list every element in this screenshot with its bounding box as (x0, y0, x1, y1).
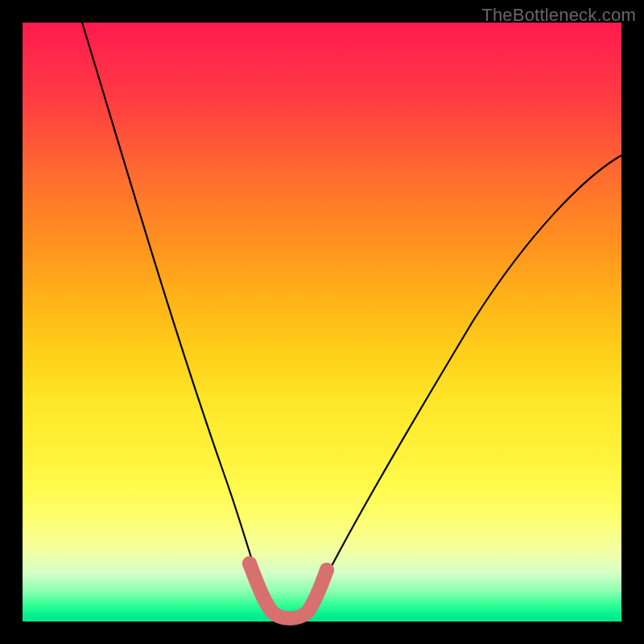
chart-frame: TheBottleneck.com (0, 0, 644, 644)
watermark: TheBottleneck.com (481, 5, 636, 26)
chart-svg (23, 23, 621, 621)
valley-highlight (250, 564, 327, 618)
plot-area (23, 23, 621, 621)
bottleneck-curve (82, 23, 621, 618)
valley-dot-right (320, 563, 334, 577)
valley-dot-left (242, 556, 257, 571)
